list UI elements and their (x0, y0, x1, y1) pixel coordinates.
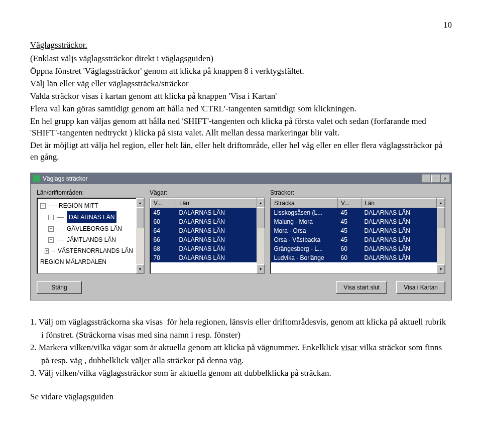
table-row[interactable]: Grängesberg - L...60DALARNAS LÄN (271, 244, 437, 253)
scroll-up-icon[interactable]: ▲ (136, 198, 144, 207)
table-row[interactable]: 45DALARNAS LÄN (151, 208, 257, 218)
expand-icon[interactable]: + (48, 226, 54, 232)
maximize-button[interactable]: □ (431, 175, 440, 183)
col-header[interactable]: V... (338, 199, 362, 208)
numbered-instructions: 1. Välj om väglagssträckorna ska visas f… (30, 316, 452, 380)
scroll-thumb[interactable] (437, 207, 445, 228)
table-header-row[interactable]: V... Län (151, 199, 257, 208)
scroll-down-icon[interactable]: ▼ (437, 264, 445, 273)
scrollbar[interactable]: ▲ ▼ (136, 198, 144, 273)
intro-line: Välj län eller väg eller väglagssträcka/… (30, 78, 452, 90)
expand-icon[interactable]: + (48, 215, 54, 220)
minimize-button[interactable]: _ (422, 175, 431, 183)
titlebar[interactable]: Väglags sträckor _ □ × (31, 173, 451, 184)
scroll-down-icon[interactable]: ▼ (136, 264, 144, 273)
tree-item-label: VÄSTERNORRLANDS LÄN (58, 245, 133, 256)
intro-line: Valda sträckor visas i kartan genom att … (30, 91, 452, 102)
table-header-row[interactable]: Sträcka V... Län (271, 199, 437, 208)
table-row[interactable]: Malung - Mora45DALARNAS LÄN (271, 217, 437, 226)
tree-item[interactable]: + VÄSTERNORRLANDS LÄN (40, 245, 133, 256)
scroll-down-icon[interactable]: ▼ (257, 264, 265, 273)
col-header[interactable]: Län (362, 199, 437, 208)
table-row[interactable]: Ludvika - Borlänge60DALARNAS LÄN (271, 253, 437, 262)
tree-listbox[interactable]: − REGION MITT + DALARNAS LÄN (37, 198, 145, 274)
table-row[interactable]: 60DALARNAS LÄN (151, 217, 257, 226)
show-in-map-button[interactable]: Visa i Kartan (396, 281, 445, 294)
page-number: 10 (30, 20, 452, 30)
footer-note: Se vidare väglagsguiden (30, 392, 452, 402)
table-row[interactable]: 66DALARNAS LÄN (151, 235, 257, 244)
app-icon (33, 175, 40, 182)
tree-item[interactable]: + GÄVLEBORGS LÄN (40, 223, 133, 234)
table-row[interactable]: 68DALARNAS LÄN (151, 244, 257, 253)
tree-item-label: GÄVLEBORGS LÄN (67, 223, 122, 234)
intro-line: Öppna fönstret 'Väglagssträckor' genom a… (30, 66, 452, 77)
tree-root[interactable]: − REGION MITT (40, 200, 133, 211)
instruction-1: 1. Välj om väglagssträckorna ska visas f… (30, 316, 452, 341)
tree-item-label: REGION MÄLARDALEN (40, 256, 106, 267)
expand-icon[interactable]: + (48, 237, 54, 243)
scrollbar[interactable]: ▲ ▼ (437, 198, 445, 273)
tree-item[interactable]: REGION MÄLARDALEN (40, 256, 133, 267)
dialog-window: Väglags sträckor _ □ × Län/driftområden:… (30, 173, 452, 301)
scroll-thumb[interactable] (136, 207, 144, 228)
panel-label-vagar: Vägar: (150, 189, 265, 196)
vagar-listbox[interactable]: V... Län 45DALARNAS LÄN 60DALARNAS LÄN 6… (150, 198, 265, 274)
tree-item[interactable]: + JÄMTLANDS LÄN (40, 234, 133, 245)
collapse-icon[interactable]: − (40, 203, 46, 209)
intro-line: En hel grupp kan väljas genom att hålla … (30, 116, 452, 139)
instruction-3: 3. Välj vilken/vilka väglagssträckor som… (30, 367, 452, 380)
table-row[interactable]: 64DALARNAS LÄN (151, 226, 257, 235)
col-header[interactable]: Sträcka (271, 199, 338, 208)
tree-item-label: JÄMTLANDS LÄN (67, 234, 116, 245)
tree-item-label: DALARNAS LÄN (67, 211, 116, 223)
instruction-2: 2. Markera vilken/vilka vägar som är akt… (30, 341, 452, 367)
scrollbar[interactable]: ▲ ▼ (257, 198, 265, 273)
table-row[interactable]: Orsa - Västbacka45DALARNAS LÄN (271, 235, 437, 244)
scroll-thumb[interactable] (257, 207, 265, 228)
scroll-up-icon[interactable]: ▲ (257, 198, 265, 207)
scroll-up-icon[interactable]: ▲ (437, 198, 445, 207)
panel-label-lan: Län/driftområden: (37, 189, 145, 196)
table-row[interactable]: Mora - Orsa45DALARNAS LÄN (271, 226, 437, 235)
expand-icon[interactable]: + (45, 248, 48, 254)
table-row[interactable]: 70DALARNAS LÄN (151, 253, 257, 262)
intro-line: Flera val kan göras samtidigt genom att … (30, 103, 452, 115)
intro-line: Det är möjligt att välja hel region, ell… (30, 140, 452, 163)
strackor-listbox[interactable]: Sträcka V... Län Lisskogsåsen (L...45DAL… (270, 198, 445, 274)
table-row[interactable]: Lisskogsåsen (L...45DALARNAS LÄN (271, 208, 437, 218)
close-icon[interactable]: × (441, 175, 450, 183)
col-header[interactable]: V... (151, 199, 176, 208)
tree-root-label: REGION MITT (59, 200, 98, 211)
panel-label-strackor: Sträckor: (270, 189, 445, 196)
close-button[interactable]: Stäng (37, 281, 82, 294)
intro-line: (Enklast väljs väglagssträckor direkt i … (30, 53, 452, 65)
section-heading: Väglagssträckor. (30, 40, 452, 50)
tree-item[interactable]: + DALARNAS LÄN (40, 211, 133, 223)
col-header[interactable]: Län (176, 199, 257, 208)
show-start-stop-button[interactable]: Visa start slut (336, 281, 387, 294)
window-title: Väglags sträckor (43, 175, 87, 182)
